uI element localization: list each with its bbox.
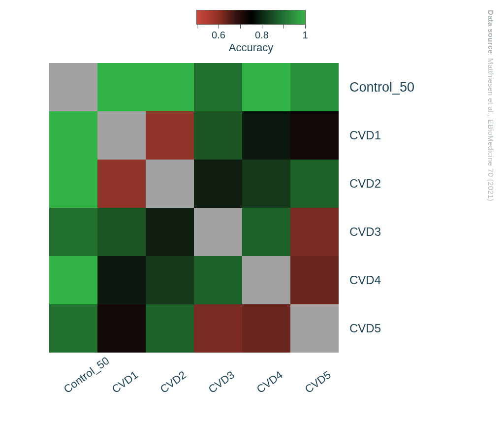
- heatmap-cell: [97, 111, 146, 160]
- heatmap-grid: Control_50CVD1CVD2CVD3CVD4CVD5: [49, 63, 453, 353]
- heatmap-cell: [242, 208, 290, 256]
- column-label: Control_50: [62, 355, 112, 396]
- heatmap-area: Control_50CVD1CVD2CVD3CVD4CVD5 Control_5…: [49, 63, 453, 416]
- heatmap-cell: [290, 208, 339, 256]
- heatmap-chart: 0.60.81 Accuracy Control_50CVD1CVD2CVD3C…: [30, 10, 472, 416]
- heatmap-cell: [49, 63, 97, 111]
- data-source-text: : Matthiesen et al., EBioMedicine 70 (20…: [487, 54, 495, 201]
- heatmap-cell: [290, 63, 339, 111]
- heatmap-cell: [242, 63, 290, 111]
- heatmap-cell: [97, 160, 146, 208]
- row-label: CVD2: [339, 160, 437, 208]
- heatmap-cell: [242, 256, 290, 304]
- colorbar-tick: [262, 25, 262, 29]
- heatmap-cell: [194, 208, 242, 256]
- column-label: CVD1: [110, 368, 141, 396]
- colorbar-ticks: [197, 25, 305, 30]
- heatmap-cell: [194, 256, 242, 304]
- heatmap-cell: [146, 63, 194, 111]
- colorbar-tick-label: 0.6: [212, 30, 225, 41]
- heatmap-cell: [49, 111, 97, 160]
- heatmap-cell: [97, 208, 146, 256]
- row-label: Control_50: [339, 63, 437, 111]
- colorbar: 0.60.81 Accuracy: [177, 10, 325, 54]
- heatmap-cell: [194, 160, 242, 208]
- colorbar-gradient: [196, 10, 306, 25]
- colorbar-tick: [284, 25, 284, 29]
- heatmap-cell: [242, 160, 290, 208]
- column-label: CVD4: [254, 368, 285, 396]
- heatmap-cell: [242, 304, 290, 353]
- heatmap-cell: [146, 111, 194, 160]
- heatmap-cell: [49, 160, 97, 208]
- heatmap-cell: [194, 304, 242, 353]
- heatmap-cell: [146, 304, 194, 353]
- column-label: CVD3: [206, 368, 237, 396]
- row-label: CVD1: [339, 111, 437, 160]
- colorbar-tick-label: 1: [302, 30, 308, 41]
- colorbar-tick: [219, 25, 219, 29]
- colorbar-tick: [305, 25, 306, 29]
- colorbar-tick-labels: 0.60.81: [197, 30, 305, 40]
- colorbar-tick: [197, 25, 197, 29]
- heatmap-cell: [97, 304, 146, 353]
- heatmap-cell: [49, 208, 97, 256]
- heatmap-cell: [290, 256, 339, 304]
- heatmap-cell: [194, 63, 242, 111]
- heatmap-cell: [146, 160, 194, 208]
- heatmap-cell: [290, 111, 339, 160]
- column-label: CVD5: [303, 368, 334, 396]
- colorbar-tick-label: 0.8: [255, 30, 269, 41]
- heatmap-cell: [146, 208, 194, 256]
- heatmap-cell: [97, 256, 146, 304]
- row-label: CVD3: [339, 208, 437, 256]
- x-axis-labels: Control_50CVD1CVD2CVD3CVD4CVD5: [49, 357, 339, 416]
- data-source-prefix: Data source: [487, 10, 495, 54]
- row-label: CVD5: [339, 304, 437, 353]
- heatmap-cell: [290, 304, 339, 353]
- heatmap-cell: [242, 111, 290, 160]
- heatmap-cell: [290, 160, 339, 208]
- heatmap-cell: [146, 256, 194, 304]
- heatmap-cell: [49, 304, 97, 353]
- colorbar-title: Accuracy: [177, 41, 325, 54]
- column-label: CVD2: [158, 368, 189, 396]
- heatmap-cell: [194, 111, 242, 160]
- heatmap-cell: [49, 256, 97, 304]
- data-source-note: Data source: Matthiesen et al., EBioMedi…: [487, 10, 495, 201]
- row-label: CVD4: [339, 256, 437, 304]
- heatmap-cell: [97, 63, 146, 111]
- colorbar-tick: [240, 25, 241, 29]
